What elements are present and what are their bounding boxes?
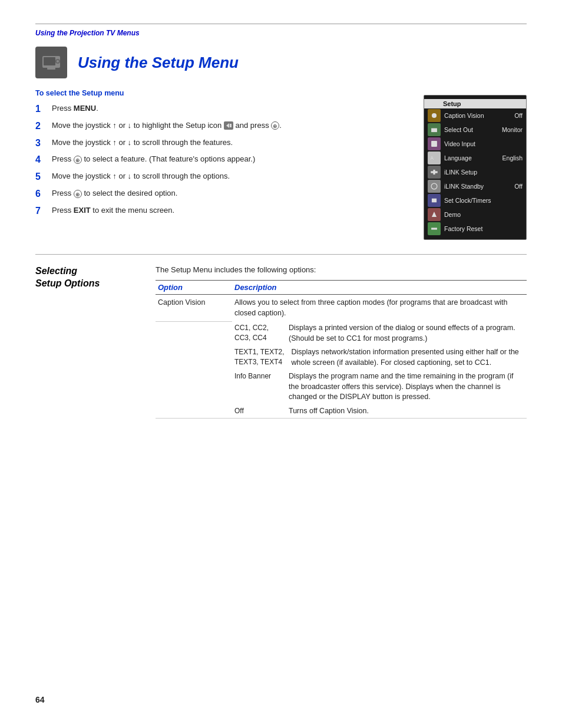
menu-item-value: English bbox=[503, 154, 523, 162]
step-2: 2 Move the joystick ↑ or ↓ to highlight … bbox=[35, 120, 409, 133]
step-text-7: Press EXIT to exit the menu screen. bbox=[52, 205, 174, 216]
sub-desc-container: CC1, CC2, CC3, CC4Displays a printed ver… bbox=[232, 321, 527, 345]
svg-rect-17 bbox=[431, 228, 437, 229]
menu-item-label: iLINK Standby bbox=[444, 183, 510, 190]
svg-marker-16 bbox=[432, 212, 437, 217]
sub-option-label: Info Banner bbox=[234, 371, 282, 381]
step-3: 3 Move the joystick ↑ or ↓ to scroll thr… bbox=[35, 137, 409, 150]
step-num-7: 7 bbox=[35, 205, 48, 218]
step-num-4: 4 bbox=[35, 154, 48, 166]
menu-item-label: Language bbox=[444, 154, 498, 162]
menu-screenshot: Setup Caption VisionOffSelect OutMonitor… bbox=[424, 95, 527, 240]
svg-rect-13 bbox=[433, 170, 435, 174]
menu-rows: Caption VisionOffSelect OutMonitorVideo … bbox=[424, 108, 526, 236]
two-col-section: Selecting Setup Options The Setup Menu i… bbox=[35, 265, 527, 419]
subsection-title: To select the Setup menu bbox=[35, 89, 409, 97]
sub-option-label: CC1, CC2, CC3, CC4 bbox=[234, 323, 282, 343]
step-text-1: Press MENU. bbox=[52, 103, 98, 114]
menu-item-icon bbox=[428, 194, 441, 207]
options-table: Option Description Caption VisionAllows … bbox=[156, 280, 527, 419]
sidebar-heading: Selecting Setup Options bbox=[35, 265, 141, 290]
step-list: 1 Press MENU. 2 Move the joystick ↑ or ↓… bbox=[35, 103, 409, 218]
step-text-4: Press ⊕ to select a feature. (That featu… bbox=[52, 154, 255, 164]
section-title: Using the Setup Menu bbox=[78, 54, 239, 72]
content-area: To select the Setup menu 1 Press MENU. 2… bbox=[35, 89, 527, 240]
menu-item-row: iLINK Setup bbox=[424, 165, 526, 179]
instructions: To select the Setup menu 1 Press MENU. 2… bbox=[35, 89, 409, 240]
table-sub-row: OffTurns off Caption Vision. bbox=[156, 404, 527, 419]
sub-description: Displays the program name and the time r… bbox=[289, 371, 522, 403]
step-6: 6 Press ⊕ to select the desired option. bbox=[35, 188, 409, 200]
section-header: Using the Setup Menu bbox=[35, 47, 527, 78]
menu-item-value: Off bbox=[514, 183, 523, 190]
menu-item-row: Factory Reset bbox=[424, 222, 526, 236]
sub-description: Turns off Caption Vision. bbox=[289, 406, 369, 417]
sub-desc-container: TEXT1, TEXT2, TEXT3, TEXT4Displays netwo… bbox=[232, 345, 527, 370]
step-text-6: Press ⊕ to select the desired option. bbox=[52, 188, 177, 199]
top-rule bbox=[35, 24, 527, 24]
menu-item-label: iLINK Setup bbox=[444, 169, 523, 176]
menu-item-icon bbox=[428, 222, 441, 235]
svg-point-3 bbox=[57, 60, 59, 62]
menu-item-row: Video Input bbox=[424, 137, 526, 151]
step-num-2: 2 bbox=[35, 120, 48, 133]
options-table-body: Caption VisionAllows you to select from … bbox=[156, 295, 527, 419]
table-sub-row: CC1, CC2, CC3, CC4Displays a printed ver… bbox=[156, 321, 527, 345]
table-sub-row: Info BannerDisplays the program name and… bbox=[156, 370, 527, 404]
step-num-6: 6 bbox=[35, 188, 48, 200]
menu-item-icon bbox=[428, 109, 441, 122]
menu-item-row: ALanguageEnglish bbox=[424, 151, 526, 165]
step-num-3: 3 bbox=[35, 137, 48, 150]
menu-item-label: Video Input bbox=[444, 140, 523, 147]
svg-rect-7 bbox=[230, 124, 232, 127]
sub-option-label: Off bbox=[234, 406, 282, 416]
menu-item-row: Demo bbox=[424, 207, 526, 222]
svg-rect-1 bbox=[44, 57, 55, 65]
menu-item-label: Caption Vision bbox=[444, 112, 510, 119]
svg-rect-10 bbox=[431, 141, 437, 147]
svg-point-8 bbox=[432, 113, 437, 118]
menu-item-value: Monitor bbox=[502, 126, 523, 133]
breadcrumb: Using the Projection TV Menus bbox=[35, 29, 527, 37]
table-row: Caption VisionAllows you to select from … bbox=[156, 295, 527, 322]
sub-description: Displays network/station information pre… bbox=[291, 347, 522, 368]
step-5: 5 Move the joystick ↑ or ↓ to scroll thr… bbox=[35, 171, 409, 183]
intro-text: The Setup Menu includes the following op… bbox=[156, 265, 527, 274]
page-number: 64 bbox=[35, 695, 45, 704]
menu-item-label: Factory Reset bbox=[444, 225, 523, 232]
projector-icon bbox=[40, 51, 62, 74]
svg-point-14 bbox=[431, 183, 437, 189]
menu-item-icon: A bbox=[428, 151, 441, 164]
menu-item-row: Caption VisionOff bbox=[424, 108, 526, 123]
step-text-5: Move the joystick ↑ or ↓ to scroll throu… bbox=[52, 171, 230, 182]
option-cell: Caption Vision bbox=[156, 295, 232, 322]
svg-rect-4 bbox=[47, 68, 55, 70]
table-sub-row: TEXT1, TEXT2, TEXT3, TEXT4Displays netwo… bbox=[156, 345, 527, 370]
step-num-5: 5 bbox=[35, 171, 48, 183]
menu-item-icon bbox=[428, 180, 441, 193]
svg-rect-9 bbox=[431, 129, 437, 133]
sub-desc-container: Info BannerDisplays the program name and… bbox=[232, 370, 527, 404]
sub-description: Displays a printed version of the dialog… bbox=[289, 323, 522, 344]
menu-item-icon bbox=[428, 137, 441, 150]
svg-rect-15 bbox=[432, 199, 437, 203]
description-cell: Allows you to select from three caption … bbox=[232, 295, 527, 322]
page: Using the Projection TV Menus Using the … bbox=[0, 0, 562, 454]
menu-item-label: Demo bbox=[444, 211, 523, 218]
menu-item-icon bbox=[428, 123, 441, 136]
step-text-2: Move the joystick ↑ or ↓ to highlight th… bbox=[52, 120, 282, 131]
menu-item-label: Set Clock/Timers bbox=[444, 197, 523, 204]
menu-item-row: Select OutMonitor bbox=[424, 123, 526, 137]
menu-item-icon bbox=[428, 208, 441, 221]
step-4: 4 Press ⊕ to select a feature. (That fea… bbox=[35, 154, 409, 166]
sidebar-col: Selecting Setup Options bbox=[35, 265, 141, 419]
menu-item-row: iLINK StandbyOff bbox=[424, 179, 526, 193]
step-num-1: 1 bbox=[35, 103, 48, 116]
menu-header: Setup bbox=[424, 99, 526, 108]
col-header-option: Option bbox=[156, 281, 232, 295]
step-7: 7 Press EXIT to exit the menu screen. bbox=[35, 205, 409, 218]
menu-item-value: Off bbox=[514, 112, 523, 119]
menu-item-icon bbox=[428, 166, 441, 179]
sub-option-label: TEXT1, TEXT2, TEXT3, TEXT4 bbox=[234, 347, 284, 367]
step-text-3: Move the joystick ↑ or ↓ to scroll throu… bbox=[52, 137, 233, 148]
